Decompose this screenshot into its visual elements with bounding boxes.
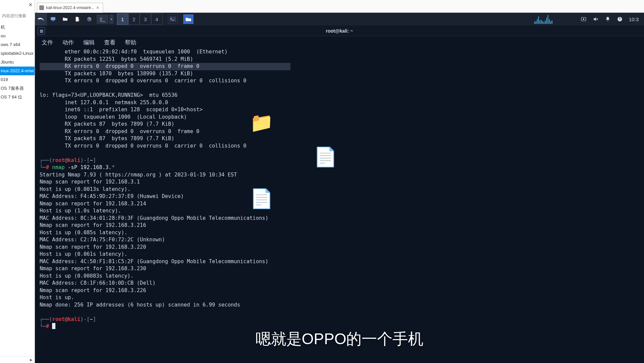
vm-list-item[interactable]: Jbuntu <box>0 58 35 67</box>
notifications-icon[interactable] <box>605 16 611 22</box>
document-icon <box>74 16 80 22</box>
vm-list-item[interactable]: sploitable2-Linux <box>0 49 35 58</box>
terminal-output[interactable]: ether 00:0c:29:02:4d:f0 txqueuelen 1000 … <box>35 48 644 335</box>
text-editor-button[interactable] <box>71 13 83 26</box>
workspace-button-4[interactable]: 4 <box>151 13 163 25</box>
workspace-button-1[interactable]: 1 <box>117 13 128 25</box>
window-title: root@kali: ~ <box>326 28 353 34</box>
vm-list: 机ouows 7 x64sploitable2-LinuxJbuntuinux-… <box>0 23 35 102</box>
desktop-icon <box>50 16 56 22</box>
chevron-down-icon[interactable]: ▼ <box>109 15 113 24</box>
kali-top-panel: ▯_ ▼ 1234 1 <box>35 13 644 26</box>
svg-point-5 <box>583 18 585 20</box>
terminal-icon <box>170 16 176 22</box>
menu-文件[interactable]: 文件 <box>40 37 55 48</box>
audio-muted-icon[interactable] <box>593 16 599 22</box>
vm-tab-bar: kali-linux-2022.4-vmware... ✕ <box>35 0 644 13</box>
clock[interactable]: 10:3 <box>629 16 639 22</box>
vm-list-item[interactable]: OS 7服务器 <box>0 84 35 93</box>
kali-menu-button[interactable] <box>35 13 47 26</box>
taskbar-files-window[interactable] <box>183 14 193 24</box>
workspace-switcher: 1234 <box>117 13 163 25</box>
taskbar-terminal-window[interactable] <box>168 14 178 24</box>
video-subtitle-overlay: 嗯就是OPPO的一个手机 <box>256 329 424 350</box>
vmware-library-sidebar: ✕ ▼ 机ouows 7 x64sploitable2-LinuxJbuntui… <box>0 0 35 363</box>
vm-list-item[interactable]: 机 <box>0 23 35 32</box>
workspace-button-3[interactable]: 3 <box>140 13 151 25</box>
svg-rect-3 <box>170 16 176 22</box>
vm-icon <box>39 5 44 10</box>
menu-帮助[interactable]: 帮助 <box>123 37 138 48</box>
vm-list-item[interactable]: 019 <box>0 75 35 84</box>
expand-arrow-icon[interactable]: ▶ <box>0 356 35 363</box>
folder-icon <box>62 16 68 22</box>
vm-list-item[interactable]: OS 7 64 位 <box>0 93 35 102</box>
menu-编辑[interactable]: 编辑 <box>81 37 97 48</box>
svg-rect-0 <box>51 17 55 20</box>
workspace-button-2[interactable]: 2 <box>128 13 140 25</box>
panel-left-group: ▯_ ▼ 1234 <box>35 13 193 26</box>
library-search: ▼ <box>0 11 35 20</box>
svg-rect-1 <box>52 21 54 22</box>
vm-tab-active[interactable]: kali-linux-2022.4-vmware... ✕ <box>37 3 103 13</box>
menu-查看[interactable]: 查看 <box>102 37 118 48</box>
close-icon[interactable]: ✕ <box>96 5 99 10</box>
folder-icon <box>185 16 192 22</box>
kali-logo-icon <box>37 15 45 24</box>
screen-record-icon[interactable] <box>581 16 587 22</box>
cpu-graph <box>534 14 574 24</box>
vm-tab-label: kali-linux-2022.4-vmware... <box>46 5 94 10</box>
window-list-icon[interactable]: ▦ <box>38 27 45 35</box>
show-desktop-button[interactable] <box>47 13 59 26</box>
terminal-icon: ▯_ <box>100 16 105 22</box>
terminal-launcher[interactable]: ▯_ <box>97 15 108 24</box>
firefox-button[interactable] <box>83 13 95 26</box>
vm-list-item[interactable]: inux-2022.4-vmw <box>0 67 35 75</box>
menu-动作[interactable]: 动作 <box>60 37 76 48</box>
vm-list-item[interactable]: ows 7 x64 <box>0 40 35 49</box>
power-icon[interactable] <box>617 16 623 22</box>
terminal-menu-bar: 文件动作编辑查看帮助 <box>35 36 644 48</box>
panel-right-group: 10:3 <box>534 14 644 24</box>
close-icon[interactable]: ✕ <box>27 1 34 8</box>
vm-list-item[interactable]: ou <box>0 32 35 40</box>
terminal-title-bar: ▦ root@kali: ~ <box>35 26 644 36</box>
guest-desktop: ▯_ ▼ 1234 1 <box>35 13 644 363</box>
svg-rect-7 <box>619 17 620 19</box>
file-manager-button[interactable] <box>59 13 71 26</box>
firefox-icon <box>86 16 92 22</box>
